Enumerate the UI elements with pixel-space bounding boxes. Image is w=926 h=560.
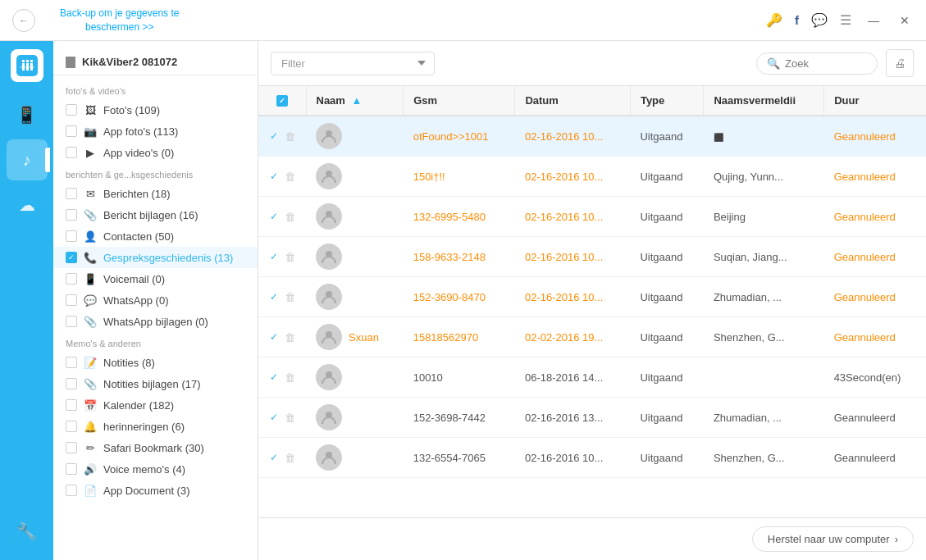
table-row[interactable]: ✓ 🗑 132-6554-7065 02-16-2016 10... Uitga…: [258, 438, 926, 478]
row-checkbox-8[interactable]: ✓: [268, 452, 280, 463]
table-row[interactable]: ✓ 🗑 152-3698-7442 02-16-2016 13... Uitga…: [258, 398, 926, 438]
sidebar-item-safari[interactable]: ✏ Safari Bookmark (30): [53, 437, 258, 458]
td-location-2: Beijing: [704, 197, 824, 237]
td-naam-1: [306, 157, 404, 197]
row-delete-5[interactable]: 🗑: [283, 330, 296, 344]
row-checkbox-0[interactable]: ✓: [268, 130, 280, 142]
appfotos-checkbox[interactable]: [66, 125, 77, 137]
minimize-button[interactable]: —: [864, 12, 883, 29]
row-delete-8[interactable]: 🗑: [283, 451, 296, 464]
td-gsm-5: 15818562970: [404, 317, 515, 357]
sidebar-item-berichten[interactable]: ✉ Berichten (18): [53, 183, 258, 204]
sidebar-item-appvideos[interactable]: ▶ App video's (0): [53, 142, 258, 163]
td-duur-1: Geannuleerd: [824, 157, 926, 197]
sidebar-item-notitiesbijlagen[interactable]: 📎 Notities bijlagen (17): [53, 373, 258, 394]
herinneringen-checkbox[interactable]: [66, 421, 77, 432]
nav-phone[interactable]: 📱: [7, 94, 48, 135]
row-checkbox-3[interactable]: ✓: [268, 251, 280, 262]
whatsappbijlagen-icon: 📎: [84, 315, 97, 328]
table-row[interactable]: ✓ 🗑 152-3690-8470 02-16-2016 10... Uitga…: [258, 277, 926, 317]
gespreks-checkbox[interactable]: ✓: [66, 252, 77, 263]
table-row[interactable]: ✓ 🗑 150i†!! 02-16-2016 10... Uitgaand Qu…: [258, 157, 926, 197]
row-checkbox-5[interactable]: ✓: [268, 331, 280, 343]
td-gsm-0: otFound>>1001: [404, 116, 515, 157]
td-type-5: Uitgaand: [630, 317, 703, 357]
sidebar-item-gespreks[interactable]: ✓ 📞 Gespreksgeschiedenis (13): [53, 247, 258, 268]
device-icon: [66, 57, 75, 68]
chat-icon[interactable]: 💬: [811, 12, 828, 28]
berichtbijlagen-checkbox[interactable]: [66, 209, 77, 221]
row-delete-4[interactable]: 🗑: [283, 290, 296, 303]
fotos-checkbox[interactable]: [66, 104, 77, 116]
sidebar-item-fotos[interactable]: 🖼 Foto's (109): [53, 99, 258, 121]
print-button[interactable]: 🖨: [886, 49, 914, 77]
nav-cloud[interactable]: ☁: [7, 184, 48, 225]
table-row[interactable]: ✓ 🗑 132-6995-5480 02-16-2016 10... Uitga…: [258, 197, 926, 237]
whatsappbijlagen-checkbox[interactable]: [66, 316, 77, 327]
berichten-checkbox[interactable]: [66, 188, 77, 199]
row-delete-7[interactable]: 🗑: [283, 411, 296, 424]
td-duur-3: Geannuleerd: [824, 237, 926, 277]
td-naam-0: [306, 116, 404, 157]
notities-icon: 📝: [84, 356, 97, 369]
row-delete-2[interactable]: 🗑: [283, 210, 296, 223]
nav-tools[interactable]: 🔧: [7, 511, 48, 552]
td-duur-8: Geannuleerd: [824, 438, 926, 478]
row-delete-1[interactable]: 🗑: [283, 170, 296, 183]
sidebar-item-berichtbijlagen[interactable]: 📎 Bericht bijlagen (16): [53, 204, 258, 225]
td-location-6: [704, 357, 824, 398]
td-naam-3: [306, 237, 404, 277]
sidebar-item-contacten[interactable]: 👤 Contacten (50): [53, 225, 258, 247]
whatsapp-checkbox[interactable]: [66, 294, 77, 306]
back-button[interactable]: ←: [12, 9, 35, 32]
row-delete-0[interactable]: 🗑: [283, 130, 296, 143]
sidebar-item-voicememo[interactable]: 🔊 Voice memo's (4): [53, 458, 258, 480]
kalender-icon: 📅: [84, 398, 97, 412]
sidebar-item-appdoc[interactable]: 📄 App Document (3): [53, 480, 258, 501]
sidebar-item-appfotos[interactable]: 📷 App foto's (113): [53, 121, 258, 142]
backup-link[interactable]: Back-up om je gegevens te beschermen >>: [60, 7, 179, 34]
appvideos-label: App video's (0): [103, 147, 174, 159]
sidebar-item-kalender[interactable]: 📅 Kalender (182): [53, 394, 258, 416]
voicemail-checkbox[interactable]: [66, 273, 77, 285]
notities-checkbox[interactable]: [66, 357, 77, 368]
row-checkbox-1[interactable]: ✓: [268, 171, 280, 182]
appdoc-checkbox[interactable]: [66, 485, 77, 496]
sidebar-item-notities[interactable]: 📝 Notities (8): [53, 352, 258, 373]
td-gsm-4: 152-3690-8470: [404, 277, 515, 317]
menu-icon[interactable]: ☰: [840, 12, 851, 28]
print-icon: 🖨: [894, 57, 905, 70]
table-row[interactable]: ✓ 🗑 10010 06-18-2016 14... Uitgaand 43Se: [258, 357, 926, 398]
row-checkbox-7[interactable]: ✓: [268, 412, 280, 423]
restore-button[interactable]: Herstel naar uw computer ›: [752, 526, 914, 552]
facebook-icon[interactable]: f: [795, 13, 799, 27]
sidebar-item-herinneringen[interactable]: 🔔 herinneringen (6): [53, 416, 258, 437]
sidebar-item-whatsapp[interactable]: 💬 WhatsApp (0): [53, 289, 258, 311]
sidebar-item-voicemail[interactable]: 📱 Voicemail (0): [53, 268, 258, 289]
notitiesbijlagen-checkbox[interactable]: [66, 378, 77, 389]
td-location-1: Qujing, Yunn...: [704, 157, 824, 197]
appfotos-icon: 📷: [84, 125, 97, 138]
row-checkbox-2[interactable]: ✓: [268, 211, 280, 222]
nav-music[interactable]: ♪: [7, 139, 48, 180]
row-delete-3[interactable]: 🗑: [283, 250, 296, 263]
appvideos-checkbox[interactable]: [66, 147, 77, 158]
kalender-checkbox[interactable]: [66, 399, 77, 411]
th-checkbox[interactable]: ✓: [258, 86, 306, 116]
close-button[interactable]: ✕: [896, 12, 914, 29]
row-delete-6[interactable]: 🗑: [283, 371, 296, 384]
sidebar-item-whatsappbijlagen[interactable]: 📎 WhatsApp bijlagen (0): [53, 311, 258, 332]
table-row[interactable]: ✓ 🗑 otFound>>1001 02-16-2016 10... Uitga…: [258, 116, 926, 157]
key-icon[interactable]: 🔑: [766, 12, 782, 28]
contacten-checkbox[interactable]: [66, 230, 77, 242]
filter-select[interactable]: Filter Alle Inkomend Uitgaand Gemist: [271, 52, 435, 75]
safari-checkbox[interactable]: [66, 442, 77, 453]
table-row[interactable]: ✓ 🗑 158-9633-2148 02-16-2016 10... Uitga…: [258, 237, 926, 277]
voicememo-checkbox[interactable]: [66, 463, 77, 475]
row-checkbox-4[interactable]: ✓: [268, 291, 280, 303]
title-bar: ← Back-up om je gegevens te beschermen >…: [0, 0, 926, 41]
th-type: Type: [630, 86, 703, 116]
search-input[interactable]: [785, 57, 867, 70]
table-row[interactable]: ✓ 🗑 Sxuan 15818562970 02-02-2016 19... U…: [258, 317, 926, 357]
row-checkbox-6[interactable]: ✓: [268, 371, 280, 383]
